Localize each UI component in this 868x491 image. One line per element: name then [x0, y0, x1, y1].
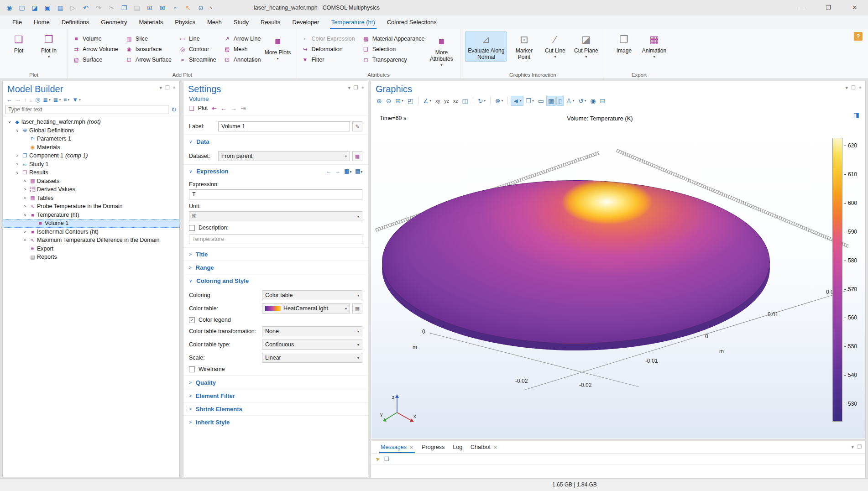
slice-button[interactable]: ▥Slice [125, 36, 172, 42]
section-quality[interactable]: > Quality [183, 376, 368, 389]
wireframe-checkbox[interactable] [189, 366, 195, 372]
scene-light-icon[interactable]: ⊛▾ [493, 96, 505, 106]
section-range[interactable]: > Range [183, 261, 368, 274]
isosurface-button[interactable]: ◉Isosurface [125, 46, 172, 52]
expression-input[interactable] [189, 189, 362, 199]
collapse-all-icon[interactable]: ≣▾ [43, 96, 50, 103]
description-input[interactable] [189, 234, 362, 244]
plot-button[interactable]: Plot [198, 105, 208, 111]
minimize-icon[interactable]: — [789, 0, 815, 16]
copy-icon[interactable]: ❐ [119, 2, 130, 13]
chevron-right-icon[interactable]: > [22, 230, 28, 234]
tree-item-study-1[interactable]: >∞Study 1 [3, 160, 179, 169]
panel-float-icon[interactable]: ❐ [857, 444, 862, 450]
panel-pin-icon[interactable]: ⌖ [173, 85, 176, 91]
chevron-down-icon[interactable]: ∨ [14, 170, 21, 175]
zoom-extents-icon[interactable]: ◰ [406, 96, 415, 106]
print-icon[interactable]: ⊟ [598, 96, 607, 106]
contour-button[interactable]: ◎Contour [179, 46, 216, 52]
volume-button[interactable]: ■Volume [73, 36, 118, 42]
play-icon[interactable]: ▷ [68, 2, 78, 13]
paste-icon[interactable]: ▤ [131, 2, 142, 13]
undo-icon[interactable]: ↶ [80, 2, 91, 13]
panel-menu-icon[interactable]: ▾ [159, 85, 162, 91]
help-icon[interactable]: ? [854, 32, 863, 41]
animation-button[interactable]: ▦Animation▾ [640, 31, 668, 62]
tree-item-maximum-temperature-difference-in-the-domain[interactable]: >∿Maximum Temperature Difference in the … [3, 236, 179, 245]
maximize-icon[interactable]: ❐ [815, 0, 842, 16]
new-file-icon[interactable]: ▢ [16, 2, 27, 13]
material-appearance-button[interactable]: ▩Material Appearance [362, 36, 425, 42]
preview-icon[interactable]: ⊙ [195, 2, 206, 13]
tab-chatbot[interactable]: Chatbot✕ [466, 441, 502, 453]
move-up-icon[interactable]: ↑ [24, 96, 27, 103]
previous-expression-icon[interactable]: ← [326, 168, 331, 174]
unit-select[interactable]: K ▾ [189, 211, 362, 221]
tree-item-isothermal-contours-ht-[interactable]: >■Isothermal Contours (ht) [3, 228, 179, 236]
go-first-icon[interactable]: ⇤ [211, 104, 217, 112]
tab-progress[interactable]: Progress [418, 441, 449, 453]
tab-colored-selections[interactable]: Colored Selections [381, 16, 443, 29]
image-toggle-icon[interactable]: ▭ [536, 96, 546, 106]
chevron-down-icon[interactable]: ∨ [6, 120, 13, 124]
selection-button[interactable]: ❑Selection [362, 46, 425, 52]
tree-item-probe-temperature-in-the-domain[interactable]: >∿Probe Temperature in the Domain [3, 202, 179, 211]
line-button[interactable]: ▭Line [179, 36, 216, 42]
panel-menu-icon[interactable]: ▾ [348, 85, 350, 91]
section-coloring-and-style[interactable]: ∨ Coloring and Style [183, 274, 368, 287]
surface-button[interactable]: ▧Surface [73, 57, 118, 63]
go-next-icon[interactable]: → [230, 104, 237, 112]
tab-study[interactable]: Study [228, 16, 255, 29]
chevron-right-icon[interactable]: > [22, 187, 28, 192]
streamline-button[interactable]: ≈Streamline [179, 57, 216, 63]
rotate-icon[interactable]: ↻▾ [476, 96, 487, 106]
cut-icon[interactable]: ✂ [106, 2, 117, 13]
save-as-icon[interactable]: ▦ [55, 2, 66, 13]
panel-float-icon[interactable]: ❐ [165, 85, 170, 91]
model-tree-nodes-icon[interactable]: ≡▾ [63, 96, 69, 103]
tab-geometry[interactable]: Geometry [95, 16, 133, 29]
tree-item-results[interactable]: ∨❐Results [3, 168, 179, 177]
move-down-icon[interactable]: ↓ [30, 96, 33, 103]
panel-pin-icon[interactable]: ⌖ [361, 85, 364, 91]
close-icon[interactable]: ✕ [842, 0, 868, 16]
sound-icon[interactable]: ◄▾ [511, 96, 523, 106]
filter-funnel-icon[interactable]: ▼▾ [72, 96, 80, 103]
view-yz-icon[interactable]: yz [443, 96, 451, 106]
zoom-box-icon[interactable]: ⊞▾ [393, 96, 405, 106]
filter-button[interactable]: ▼Filter [302, 57, 355, 63]
next-expression-icon[interactable]: → [335, 168, 340, 174]
save-icon[interactable]: ▣ [42, 2, 53, 13]
panel-float-icon[interactable]: ❐ [354, 85, 358, 91]
tab-mesh[interactable]: Mesh [201, 16, 228, 29]
view-xy-icon[interactable]: xy [434, 96, 442, 106]
show-icon[interactable]: ◎ [35, 96, 40, 103]
chevron-right-icon[interactable]: > [22, 238, 28, 242]
annotation-button[interactable]: ⊡Annotation [224, 57, 261, 63]
transparency-button[interactable]: ◻Transparency [362, 57, 425, 63]
image-button[interactable]: ❐Image [610, 31, 638, 62]
marker-point-button[interactable]: ⊡Marker Point [510, 31, 538, 62]
go-to-source-icon[interactable]: ▦ [352, 151, 362, 161]
color-table-transformation-select[interactable]: None ▾ [262, 326, 362, 336]
arrow-line-button[interactable]: ↗Arrow Line [224, 36, 261, 42]
tree-item-datasets[interactable]: >▦Datasets [3, 177, 179, 186]
select-box-icon[interactable]: ▫ [170, 2, 181, 13]
cut-line-button[interactable]: ∕Cut Line▾ [541, 31, 569, 62]
window-icon[interactable]: ❐▾ [524, 96, 536, 106]
copy-messages-icon[interactable]: ❐ [384, 456, 389, 462]
tree-item-materials[interactable]: ◉Materials [3, 143, 179, 152]
color-table-type-select[interactable]: Continuous ▾ [262, 340, 362, 350]
tree-item-tables[interactable]: >▦Tables [3, 194, 179, 203]
go-last-icon[interactable]: ⇥ [241, 104, 246, 112]
table-toggle-icon[interactable]: ▦ [546, 96, 556, 106]
forward-icon[interactable]: → [15, 96, 21, 103]
label-input[interactable] [218, 121, 350, 131]
plot-area[interactable]: Time=60 s Volume: Temperature (K) ◨ 0.02… [371, 108, 865, 439]
delete-icon[interactable]: ⊠ [157, 2, 168, 13]
mesh-button[interactable]: ▨Mesh [224, 46, 261, 52]
tree-item-laser-heating-wafer-mph[interactable]: ∨◆laser_heating_wafer.mph(root) [3, 118, 179, 126]
panel-pin-icon[interactable]: ⌖ [859, 85, 862, 91]
refresh-icon[interactable]: ↻ [171, 106, 177, 113]
zoom-in-icon[interactable]: ⊕ [375, 96, 384, 106]
